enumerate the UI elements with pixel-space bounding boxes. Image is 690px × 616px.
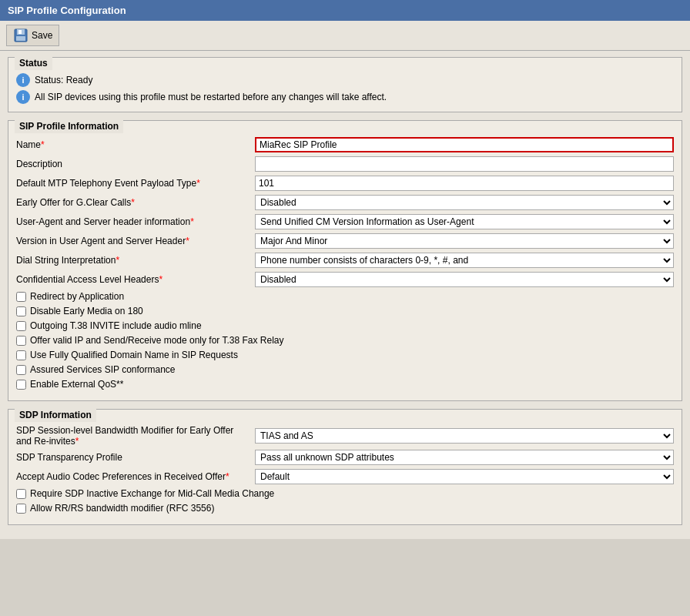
required-star-0: *: [75, 436, 79, 447]
form-row-2: Accept Audio Codec Preferences in Receiv…: [16, 468, 674, 485]
checkbox-0[interactable]: [16, 292, 26, 302]
checkbox-5[interactable]: [16, 365, 26, 375]
form-row-0: Name*: [16, 136, 674, 153]
form-select-3[interactable]: DisabledEnabled: [255, 195, 674, 210]
form-row-0: SDP Session-level Bandwidth Modifier for…: [16, 425, 674, 447]
required-star-6: *: [116, 255, 119, 266]
checkbox-label-5: Assured Services SIP conformance: [30, 364, 176, 375]
status-section-title: Status: [15, 56, 52, 70]
form-select-2[interactable]: Default: [255, 469, 674, 484]
form-label-1: SDP Transparency Profile: [16, 452, 255, 463]
form-label-0: SDP Session-level Bandwidth Modifier for…: [16, 425, 255, 447]
form-row-6: Dial String Interpretation*Phone number …: [16, 252, 674, 269]
form-label-5: Version in User Agent and Server Header*: [16, 236, 255, 246]
checkbox-6[interactable]: [16, 380, 26, 390]
form-row-5: Version in User Agent and Server Header*…: [16, 233, 674, 249]
status-warning-text: All SIP devices using this profile must …: [35, 92, 387, 102]
checkbox-row-6: Enable External QoS**: [16, 378, 674, 390]
form-select-0[interactable]: TIAS and AS: [255, 428, 674, 444]
required-star-5: *: [186, 236, 189, 246]
save-label: Save: [32, 30, 52, 41]
checkbox-label-6: Enable External QoS**: [30, 379, 123, 390]
main-content: Status i Status: Ready i All SIP devices…: [0, 51, 690, 539]
checkbox-row-1: Disable Early Media on 180: [16, 305, 674, 317]
form-select-4[interactable]: Send Unified CM Version Information as U…: [255, 214, 674, 229]
form-select-7[interactable]: DisabledEnabled: [255, 272, 674, 287]
checkbox-3[interactable]: [16, 336, 26, 346]
checkbox-row-4: Use Fully Qualified Domain Name in SIP R…: [16, 349, 674, 361]
status-ready-row: i Status: Ready: [16, 73, 674, 87]
checkbox-label-3: Offer valid IP and Send/Receive mode onl…: [30, 335, 284, 346]
status-text: Status: Ready: [35, 75, 92, 85]
form-row-1: Description: [16, 156, 674, 172]
sdp-section: SDP Information SDP Session-level Bandwi…: [8, 409, 682, 525]
form-select-1[interactable]: Pass all unknown SDP attributes: [255, 450, 674, 465]
info-icon-1: i: [16, 73, 30, 87]
required-star-7: *: [159, 274, 162, 285]
form-row-3: Early Offer for G.Clear Calls*DisabledEn…: [16, 194, 674, 211]
sip-profile-section-title: SIP Profile Information: [15, 119, 123, 133]
sdp-form: SDP Session-level Bandwidth Modifier for…: [8, 420, 682, 524]
checkbox-label-4: Use Fully Qualified Domain Name in SIP R…: [30, 350, 238, 360]
form-row-1: SDP Transparency ProfilePass all unknown…: [16, 449, 674, 466]
required-star-2: *: [196, 178, 200, 189]
checkbox-2[interactable]: [16, 321, 26, 331]
checkbox-row-5: Assured Services SIP conformance: [16, 363, 674, 376]
svg-rect-3: [16, 36, 25, 41]
save-icon: [13, 28, 28, 43]
required-star-2: *: [226, 471, 229, 482]
checkbox-label-1: Allow RR/RS bandwidth modifier (RFC 3556…: [30, 503, 214, 514]
form-select-6[interactable]: Phone number consists of characters 0-9,…: [255, 253, 674, 268]
save-button[interactable]: Save: [6, 25, 59, 46]
form-select-5[interactable]: Major And MinorMajor Only: [255, 233, 674, 249]
checkbox-label-0: Require SDP Inactive Exchange for Mid-Ca…: [30, 488, 274, 499]
page-title: SIP Profile Configuration: [0, 0, 690, 21]
form-input-1[interactable]: [255, 156, 674, 172]
form-label-2: Default MTP Telephony Event Payload Type…: [16, 178, 255, 189]
svg-rect-2: [18, 30, 22, 34]
required-star-0: *: [41, 139, 45, 150]
sip-profile-section: SIP Profile Information Name*Description…: [8, 120, 682, 401]
form-input-0[interactable]: [255, 137, 674, 152]
form-row-7: Confidential Access Level Headers*Disabl…: [16, 271, 674, 288]
checkbox-label-1: Disable Early Media on 180: [30, 306, 143, 316]
checkbox-1[interactable]: [16, 504, 26, 514]
sip-profile-form: Name*DescriptionDefault MTP Telephony Ev…: [8, 132, 682, 400]
form-row-2: Default MTP Telephony Event Payload Type…: [16, 175, 674, 192]
checkbox-row-3: Offer valid IP and Send/Receive mode onl…: [16, 334, 674, 346]
form-label-6: Dial String Interpretation*: [16, 255, 255, 266]
checkbox-row-2: Outgoing T.38 INVITE include audio mline: [16, 320, 674, 332]
status-section: Status i Status: Ready i All SIP devices…: [8, 57, 682, 112]
form-label-3: Early Offer for G.Clear Calls*: [16, 197, 255, 208]
checkbox-1[interactable]: [16, 306, 26, 316]
sdp-section-title: SDP Information: [15, 408, 96, 422]
form-label-1: Description: [16, 159, 255, 169]
checkbox-row-1: Allow RR/RS bandwidth modifier (RFC 3556…: [16, 502, 674, 514]
status-warning-row: i All SIP devices using this profile mus…: [16, 90, 674, 104]
info-icon-2: i: [16, 90, 30, 104]
form-input-2[interactable]: [255, 176, 674, 191]
form-label-4: User-Agent and Server header information…: [16, 216, 255, 227]
checkbox-row-0: Redirect by Application: [16, 290, 674, 303]
checkbox-label-0: Redirect by Application: [30, 291, 124, 302]
checkbox-4[interactable]: [16, 350, 26, 360]
checkbox-row-0: Require SDP Inactive Exchange for Mid-Ca…: [16, 487, 674, 500]
form-row-4: User-Agent and Server header information…: [16, 213, 674, 230]
form-label-2: Accept Audio Codec Preferences in Receiv…: [16, 471, 255, 482]
checkbox-0[interactable]: [16, 489, 26, 499]
form-label-0: Name*: [16, 139, 255, 150]
toolbar: Save: [0, 21, 690, 51]
form-label-7: Confidential Access Level Headers*: [16, 274, 255, 285]
required-star-4: *: [190, 216, 194, 227]
checkbox-label-2: Outgoing T.38 INVITE include audio mline: [30, 320, 202, 331]
required-star-3: *: [131, 197, 135, 208]
